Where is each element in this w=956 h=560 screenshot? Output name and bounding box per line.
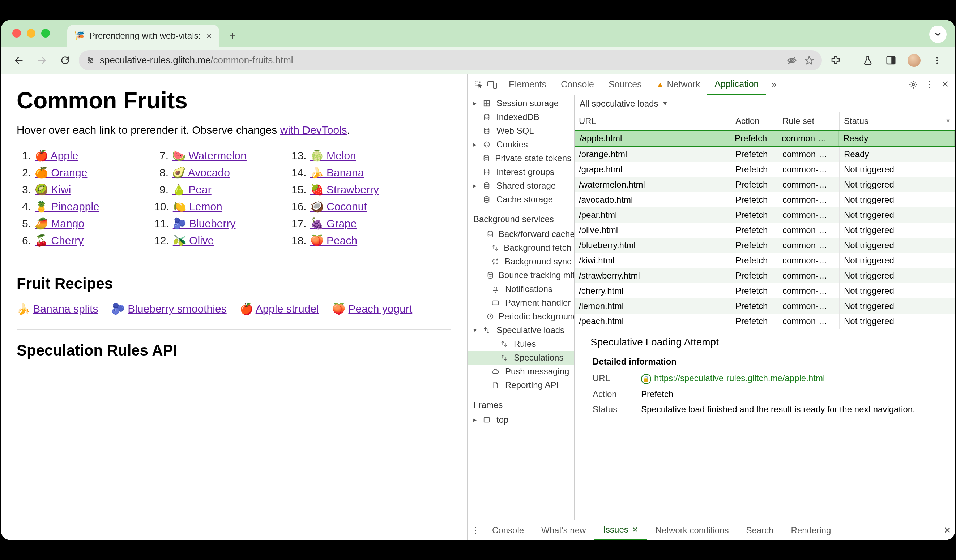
fruit-link[interactable]: 🍒 Cherry <box>35 234 83 246</box>
fruit-link[interactable]: 🍊 Orange <box>35 166 87 179</box>
tab-close-icon[interactable]: × <box>206 30 212 42</box>
reload-button[interactable] <box>56 51 74 70</box>
drawer-close-icon[interactable]: ✕ <box>939 520 955 540</box>
detail-url-value[interactable]: 🔒https://speculative-rules.glitch.me/app… <box>641 373 945 384</box>
fruit-link[interactable]: 🥭 Mango <box>35 218 84 229</box>
devtools-tab-network[interactable]: ▲Network <box>649 74 707 95</box>
devtools-tab-application[interactable]: Application <box>707 74 766 95</box>
drawer-tab-network-conditions[interactable]: Network conditions <box>647 520 737 540</box>
close-window-button[interactable] <box>12 29 21 38</box>
browser-tab[interactable]: 🎏 Prerendering with web-vitals: × <box>67 25 219 47</box>
site-settings-icon[interactable] <box>86 56 95 65</box>
fruit-link[interactable]: 🥥 Coconut <box>310 201 367 212</box>
devtools-close-icon[interactable]: ✕ <box>937 74 953 95</box>
devtools-tab-elements[interactable]: Elements <box>502 74 553 95</box>
fruit-link[interactable]: 🍈 Melon <box>310 150 356 162</box>
table-row[interactable]: /grape.htmlPrefetchcommon-…Not triggered <box>574 162 955 177</box>
col-ruleset[interactable]: Rule set <box>778 112 840 130</box>
fruit-link[interactable]: 🍐 Pear <box>172 184 212 196</box>
sidebar-item[interactable]: ▸top <box>467 413 574 427</box>
table-row[interactable]: /cherry.htmlPrefetchcommon-…Not triggere… <box>574 283 955 298</box>
sidebar-item[interactable]: ▸Shared storage <box>467 179 574 193</box>
extensions-button[interactable] <box>826 51 845 70</box>
tab-search-button[interactable] <box>929 26 947 43</box>
fruit-link[interactable]: 🍑 Peach <box>310 234 357 246</box>
sidebar-item[interactable]: Rules <box>467 337 574 351</box>
fruit-link[interactable]: 🍓 Strawberry <box>310 184 379 196</box>
recipe-link[interactable]: Peach yogurt <box>348 303 412 315</box>
sidebar-item[interactable]: Periodic background sync <box>467 310 574 323</box>
gear-icon[interactable] <box>906 74 921 95</box>
fruit-link[interactable]: 🍎 Apple <box>35 150 78 162</box>
profile-avatar[interactable] <box>905 51 923 70</box>
drawer-tab-whatsnew[interactable]: What's new <box>533 520 594 540</box>
sidebar-item[interactable]: Background sync <box>467 255 574 268</box>
kebab-icon[interactable]: ⋮ <box>921 74 937 95</box>
sidebar-item[interactable]: ▸Cookies <box>467 138 574 151</box>
table-row[interactable]: /strawberry.htmlPrefetchcommon-…Not trig… <box>574 268 955 283</box>
sidebar-item[interactable]: Payment handler <box>467 296 574 310</box>
col-url[interactable]: URL <box>574 112 731 130</box>
recipe-link[interactable]: Blueberry smoothies <box>127 303 226 315</box>
table-row[interactable]: /peach.htmlPrefetchcommon-…Not triggered <box>574 314 955 329</box>
device-toggle-icon[interactable] <box>487 80 497 89</box>
fruit-link[interactable]: 🥑 Avocado <box>172 166 230 179</box>
fruit-link[interactable]: 🥝 Kiwi <box>35 184 71 196</box>
forward-button[interactable] <box>33 51 51 70</box>
labs-button[interactable] <box>859 51 877 70</box>
sidebar-item[interactable]: Cache storage <box>467 193 574 206</box>
drawer-tab-search[interactable]: Search <box>737 520 783 540</box>
fruit-link[interactable]: 🍉 Watermelon <box>172 150 247 162</box>
drawer-tab-rendering[interactable]: Rendering <box>783 520 840 540</box>
intro-link[interactable]: with DevTools <box>280 124 347 136</box>
sidebar-item[interactable]: Private state tokens <box>467 151 574 165</box>
table-row[interactable]: /orange.htmlPrefetchcommon-…Ready <box>574 147 955 162</box>
chrome-menu-button[interactable] <box>928 51 947 70</box>
fruit-link[interactable]: 🍇 Grape <box>310 218 357 229</box>
table-row[interactable]: /lemon.htmlPrefetchcommon-…Not triggered <box>574 298 955 314</box>
speculation-table[interactable]: /apple.htmlPrefetchcommon-…Ready/orange.… <box>574 130 955 329</box>
sidebar-item[interactable]: ▸Session storage <box>467 96 574 110</box>
inspect-icon[interactable] <box>474 80 483 89</box>
col-status[interactable]: Status▼ <box>840 112 955 130</box>
table-row[interactable]: /kiwi.htmlPrefetchcommon-…Not triggered <box>574 253 955 268</box>
sidebar-item[interactable]: IndexedDB <box>467 110 574 124</box>
col-action[interactable]: Action <box>731 112 778 130</box>
table-row[interactable]: /olive.htmlPrefetchcommon-…Not triggered <box>574 223 955 238</box>
devtools-tab-sources[interactable]: Sources <box>601 74 649 95</box>
minimize-window-button[interactable] <box>27 29 35 38</box>
sidebar-item[interactable]: ▾Speculative loads <box>467 323 574 337</box>
fruit-link[interactable]: 🫒 Olive <box>173 234 214 246</box>
side-panel-button[interactable] <box>882 51 900 70</box>
table-row[interactable]: /avocado.htmlPrefetchcommon-…Not trigger… <box>574 192 955 207</box>
table-row[interactable]: /blueberry.htmlPrefetchcommon-…Not trigg… <box>574 238 955 253</box>
sidebar-item[interactable]: Notifications <box>467 282 574 296</box>
fruit-link[interactable]: 🍋 Lemon <box>173 201 222 212</box>
table-row[interactable]: /watermelon.htmlPrefetchcommon-…Not trig… <box>574 177 955 192</box>
fruit-link[interactable]: 🫐 Blueberry <box>173 218 236 229</box>
sidebar-item[interactable]: Background fetch <box>467 241 574 255</box>
sidebar-item[interactable]: Back/forward cache <box>467 227 574 241</box>
sidebar-item[interactable]: Reporting API <box>467 378 574 392</box>
close-icon[interactable]: ✕ <box>632 525 638 534</box>
bookmark-star-icon[interactable] <box>804 55 814 66</box>
recipe-link[interactable]: Apple strudel <box>256 303 319 315</box>
table-row[interactable]: /apple.htmlPrefetchcommon-…Ready <box>574 130 955 147</box>
sidebar-item[interactable]: Push messaging <box>467 364 574 378</box>
drawer-tab-issues[interactable]: Issues✕ <box>594 520 646 540</box>
fruit-link[interactable]: 🍌 Banana <box>310 166 364 179</box>
speculation-filter[interactable]: All speculative loads ▼ <box>574 95 955 112</box>
maximize-window-button[interactable] <box>41 29 50 38</box>
drawer-tab-console[interactable]: Console <box>483 520 533 540</box>
drawer-kebab-icon[interactable]: ⋮ <box>467 520 483 540</box>
sidebar-item[interactable]: Bounce tracking mitigation <box>467 268 574 282</box>
incognito-icon[interactable] <box>786 55 797 66</box>
more-tabs-icon[interactable]: » <box>766 74 782 95</box>
back-button[interactable] <box>9 51 28 70</box>
sidebar-item[interactable]: Interest groups <box>467 165 574 179</box>
sidebar-item[interactable]: Web SQL <box>467 124 574 138</box>
recipe-link[interactable]: Banana splits <box>33 303 98 315</box>
fruit-link[interactable]: 🍍 Pineapple <box>35 201 99 212</box>
new-tab-button[interactable]: ＋ <box>223 27 242 44</box>
application-sidebar[interactable]: ▸Session storageIndexedDBWeb SQL▸Cookies… <box>467 95 574 520</box>
